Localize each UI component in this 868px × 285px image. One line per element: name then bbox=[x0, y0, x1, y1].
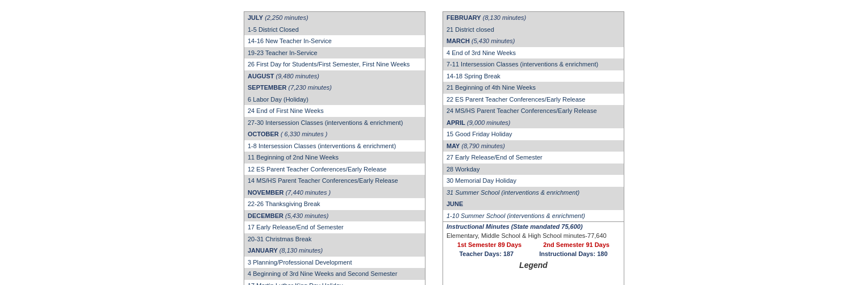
event-text: 27 Early Release/End of Semester bbox=[446, 154, 542, 161]
month-minutes: ( 6,330 minutes ) bbox=[281, 131, 328, 137]
event-text: 7-11 Intersession Classes (interventions… bbox=[446, 61, 598, 68]
instructional-minutes-label: Instructional Minutes (State mandated 75… bbox=[446, 223, 583, 230]
event-row: 14-18 Spring Break bbox=[443, 70, 624, 82]
teacher-days-label: Teacher Days: 187 bbox=[459, 250, 514, 257]
month-minutes: (7,440 minutes ) bbox=[286, 189, 331, 196]
month-minutes: (8,790 minutes) bbox=[462, 142, 505, 149]
event-text: 3 Planning/Professional Development bbox=[248, 259, 352, 266]
right-column: FEBRUARY (8,130 minutes) 21 District clo… bbox=[443, 11, 624, 285]
event-text: 12 ES Parent Teacher Conferences/Early R… bbox=[248, 166, 386, 173]
event-row: 27-30 Intersession Classes (intervention… bbox=[244, 117, 425, 129]
month-name: JULY bbox=[248, 14, 263, 21]
event-row: 17 Early Release/End of Semester bbox=[244, 221, 425, 233]
event-row: 4 End of 3rd Nine Weeks bbox=[443, 47, 624, 59]
month-header-row: MAY (8,790 minutes) bbox=[443, 140, 624, 152]
month-header-row: JUNE bbox=[443, 198, 624, 210]
event-row: 1-8 Intersession Classes (interventions … bbox=[244, 140, 425, 152]
legend-label: Legend bbox=[519, 261, 548, 270]
event-text: 24 MS/HS Parent Teacher Conferences/Earl… bbox=[446, 107, 597, 114]
event-row: 7-11 Intersession Classes (interventions… bbox=[443, 58, 624, 70]
page-container: JULY (2,250 minutes) 1-5 District Closed… bbox=[0, 0, 868, 285]
teacher-days-row: Teacher Days: 187 Instructional Days: 18… bbox=[443, 249, 624, 258]
event-row: 6 Labor Day (Holiday) bbox=[244, 94, 425, 106]
event-row: 11 Beginning of 2nd Nine Weeks bbox=[244, 152, 425, 164]
event-text: 28 Workday bbox=[446, 166, 480, 173]
month-header-row: MARCH (5,430 minutes) bbox=[443, 35, 624, 47]
left-column: JULY (2,250 minutes) 1-5 District Closed… bbox=[244, 11, 425, 285]
event-row: 14-16 New Teacher In-Service bbox=[244, 35, 425, 47]
event-row: 22 ES Parent Teacher Conferences/Early R… bbox=[443, 94, 624, 106]
event-text: 20-31 Christmas Break bbox=[248, 236, 312, 242]
month-header-row: DECEMBER (5,430 minutes) bbox=[244, 210, 425, 222]
event-text: 22 ES Parent Teacher Conferences/Early R… bbox=[446, 96, 585, 103]
event-text: 17 Martin Luther King Day Holiday bbox=[248, 282, 343, 286]
month-minutes: (8,130 minutes) bbox=[279, 247, 323, 254]
event-text: 22-26 Thanksgiving Break bbox=[248, 200, 320, 207]
event-text: 31 Summer School (interventions & enrich… bbox=[446, 189, 579, 196]
month-name: DECEMBER bbox=[248, 212, 283, 219]
month-header-row: NOVEMBER (7,440 minutes ) bbox=[244, 187, 425, 199]
month-minutes: (9,480 minutes) bbox=[276, 73, 319, 79]
month-header-row: AUGUST (9,480 minutes) bbox=[244, 70, 425, 82]
event-row: 30 Memorial Day Holiday bbox=[443, 175, 624, 187]
event-row: 4 Beginning of 3rd Nine Weeks and Second… bbox=[244, 268, 425, 280]
event-row: 19-23 Teacher In-Service bbox=[244, 47, 425, 59]
month-minutes: (8,130 minutes) bbox=[483, 14, 526, 21]
event-row: 21 District closed bbox=[443, 24, 624, 36]
event-text: 21 Beginning of 4th Nine Weeks bbox=[446, 84, 536, 91]
event-row: 26 First Day for Students/First Semester… bbox=[244, 58, 425, 70]
month-minutes: (5,430 minutes) bbox=[471, 37, 515, 44]
month-name: APRIL bbox=[446, 119, 465, 126]
event-text: 24 End of First Nine Weeks bbox=[248, 107, 324, 114]
event-text: 21 District closed bbox=[446, 26, 494, 33]
semester2-label: 2nd Semester 91 Days bbox=[543, 241, 610, 248]
event-row: 20-31 Christmas Break bbox=[244, 233, 425, 245]
month-name: AUGUST bbox=[248, 73, 274, 79]
event-text: 6 Labor Day (Holiday) bbox=[248, 96, 308, 103]
event-row: 31 Summer School (interventions & enrich… bbox=[443, 187, 624, 199]
month-header-row: JULY (2,250 minutes) bbox=[244, 12, 425, 24]
month-minutes: (9,000 minutes) bbox=[467, 119, 510, 126]
event-row: 3 Planning/Professional Development bbox=[244, 257, 425, 269]
month-header-row: SEPTEMBER (7,230 minutes) bbox=[244, 82, 425, 94]
event-row: 15 Good Friday Holiday bbox=[443, 128, 624, 140]
event-row: 28 Workday bbox=[443, 164, 624, 175]
month-header-row: FEBRUARY (8,130 minutes) bbox=[443, 12, 624, 24]
event-row: 1-10 Summer School (interventions & enri… bbox=[443, 210, 624, 222]
month-name: JANUARY bbox=[248, 247, 278, 254]
month-name: FEBRUARY bbox=[446, 14, 481, 21]
event-text: 1-5 District Closed bbox=[248, 26, 299, 33]
legend-row: Legend bbox=[443, 258, 624, 272]
month-name: JUNE bbox=[446, 200, 463, 207]
event-text: 17 Early Release/End of Semester bbox=[248, 224, 344, 230]
school-minutes-text: Elementary, Middle School & High School … bbox=[446, 232, 607, 239]
event-text: 14-16 New Teacher In-Service bbox=[248, 37, 332, 44]
month-minutes: (5,430 minutes) bbox=[285, 212, 328, 219]
event-text: 11 Beginning of 2nd Nine Weeks bbox=[248, 154, 339, 161]
event-text: 15 Good Friday Holiday bbox=[446, 131, 512, 137]
event-row: 21 Beginning of 4th Nine Weeks bbox=[443, 82, 624, 94]
event-row: 17 Martin Luther King Day Holiday bbox=[244, 280, 425, 286]
event-text: 4 Beginning of 3rd Nine Weeks and Second… bbox=[248, 270, 397, 277]
event-text: 14-18 Spring Break bbox=[446, 73, 500, 79]
footer-section: Instructional Minutes (State mandated 75… bbox=[443, 221, 624, 272]
event-text: 26 First Day for Students/First Semester… bbox=[248, 61, 410, 68]
month-name: MAY bbox=[446, 142, 460, 149]
month-minutes: (7,230 minutes) bbox=[289, 84, 332, 91]
month-name: NOVEMBER bbox=[248, 189, 284, 196]
month-name: MARCH bbox=[446, 37, 470, 44]
semester-stats-row: 1st Semester 89 Days 2nd Semester 91 Day… bbox=[443, 240, 624, 249]
instructional-minutes-row: Instructional Minutes (State mandated 75… bbox=[443, 222, 624, 231]
event-text: 27-30 Intersession Classes (intervention… bbox=[248, 119, 403, 126]
event-text: 19-23 Teacher In-Service bbox=[248, 49, 318, 56]
month-header-row: APRIL (9,000 minutes) bbox=[443, 117, 624, 129]
event-row: 14 MS/HS Parent Teacher Conferences/Earl… bbox=[244, 175, 425, 187]
month-minutes: (2,250 minutes) bbox=[265, 14, 308, 21]
month-name: SEPTEMBER bbox=[248, 84, 286, 91]
event-row: 12 ES Parent Teacher Conferences/Early R… bbox=[244, 164, 425, 175]
school-minutes-row: Elementary, Middle School & High School … bbox=[443, 231, 624, 240]
month-name: OCTOBER bbox=[248, 131, 279, 137]
event-row: 22-26 Thanksgiving Break bbox=[244, 198, 425, 210]
event-text: 14 MS/HS Parent Teacher Conferences/Earl… bbox=[248, 177, 398, 184]
month-header-row: JANUARY (8,130 minutes) bbox=[244, 245, 425, 257]
